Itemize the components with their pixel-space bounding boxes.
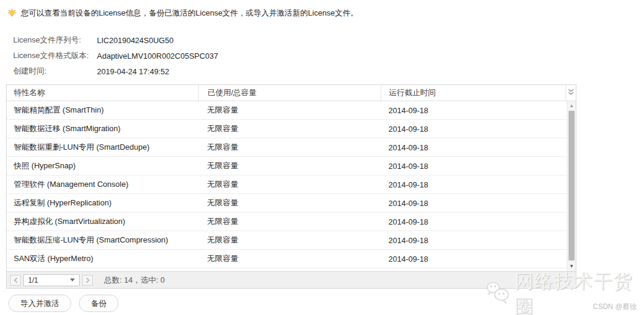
backup-button[interactable]: 备份: [79, 295, 119, 312]
table-row[interactable]: 快照 (HyperSnap) 无限容量 2014-09-18: [7, 157, 576, 175]
table-row[interactable]: SAN双活 (HyperMetro) 无限容量 2014-09-18: [7, 250, 576, 268]
vertical-scrollbar[interactable]: ▲ ▼: [567, 101, 576, 271]
feature-name-cell: 管理软件 (Management Console): [7, 179, 198, 190]
created-label: 创建时间:: [13, 66, 97, 77]
license-feature-panel: 特性名称 已使用/总容量 运行截止时间 智能精简配置 (SmartThin) 无…: [6, 84, 576, 289]
column-settings-button[interactable]: [566, 85, 576, 101]
expiry-date-cell: 2014-09-18: [381, 255, 576, 263]
expiry-date-cell: 2014-09-18: [381, 199, 576, 208]
scrollbar-up-arrow-icon[interactable]: ▲: [567, 103, 576, 109]
usage-cell: 无限容量: [198, 198, 381, 208]
feature-name-cell: 智能数据压缩-LUN专用 (SmartCompression): [7, 235, 198, 246]
expiry-date-cell: 2014-09-18: [381, 106, 576, 115]
feature-name-cell: 智能精简配置 (SmartThin): [7, 105, 198, 116]
column-header-feature-name[interactable]: 特性名称: [7, 85, 198, 101]
feature-name-cell: 异构虚拟化 (SmartVirtualization): [7, 216, 198, 227]
import-activate-button[interactable]: 导入并激活: [8, 295, 71, 312]
expiry-date-cell: 2014-09-18: [381, 180, 576, 189]
table-row[interactable]: 管理软件 (Management Console) 无限容量 2014-09-1…: [7, 175, 576, 194]
feature-name-cell: SAN双活 (HyperMetro): [7, 253, 198, 264]
next-page-button[interactable]: [82, 275, 93, 286]
format-value: AdaptiveLMV100R002C05SPC037: [97, 52, 218, 60]
scrollbar-thumb[interactable]: [569, 111, 575, 261]
usage-cell: 无限容量: [198, 160, 381, 171]
table-row[interactable]: 智能数据重删-LUN专用 (SmartDedupe) 无限容量 2014-09-…: [7, 138, 576, 157]
page-select-dropdown[interactable]: 1/1: [23, 274, 80, 286]
format-label: License文件格式版本:: [13, 50, 97, 61]
usage-cell: 无限容量: [198, 123, 381, 134]
license-info: License文件序列号: LIC20190424S0UG50 License文…: [13, 32, 218, 79]
feature-name-cell: 远程复制 (HyperReplication): [7, 198, 198, 208]
usage-cell: 无限容量: [198, 253, 381, 264]
previous-page-button[interactable]: [10, 275, 21, 286]
table-body: 智能精简配置 (SmartThin) 无限容量 2014-09-18 智能数据迁…: [7, 101, 576, 271]
column-header-usage[interactable]: 已使用/总容量: [198, 85, 381, 101]
expiry-date-cell: 2014-09-18: [381, 125, 576, 134]
usage-cell: 无限容量: [198, 216, 381, 227]
tip-text: 您可以查看当前设备的License信息，备份已激活的License文件，或导入并…: [21, 8, 358, 19]
lightbulb-icon: [7, 8, 17, 18]
selection-summary: 总数: 14，选中: 0: [104, 275, 165, 286]
page-tip: 您可以查看当前设备的License信息，备份已激活的License文件，或导入并…: [7, 8, 358, 19]
table-row[interactable]: 智能数据压缩-LUN专用 (SmartCompression) 无限容量 201…: [7, 231, 576, 250]
table-row[interactable]: 智能精简配置 (SmartThin) 无限容量 2014-09-18: [7, 101, 576, 120]
expiry-date-cell: 2014-09-18: [381, 162, 576, 171]
page-select-value: 1/1: [28, 276, 38, 284]
caret-down-icon: [70, 278, 75, 281]
action-buttons: 导入并激活 备份: [8, 295, 119, 312]
usage-cell: 无限容量: [198, 235, 381, 246]
feature-name-cell: 智能数据重删-LUN专用 (SmartDedupe): [7, 142, 198, 153]
usage-cell: 无限容量: [198, 179, 381, 190]
serial-value: LIC20190424S0UG50: [97, 36, 174, 45]
created-value: 2019-04-24 17:49:52: [97, 67, 169, 76]
csdn-credit: CSDN @蔡徐: [593, 302, 637, 312]
expiry-date-cell: 2014-09-18: [381, 217, 576, 226]
table-row[interactable]: 智能数据迁移 (SmartMigration) 无限容量 2014-09-18: [7, 120, 576, 138]
usage-cell: 无限容量: [198, 142, 381, 153]
feature-name-cell: 快照 (HyperSnap): [7, 160, 198, 171]
table-header: 特性名称 已使用/总容量 运行截止时间: [7, 85, 576, 101]
expiry-date-cell: 2014-09-18: [381, 143, 576, 152]
wechat-bubbles-logo: [485, 280, 511, 308]
table-row[interactable]: 远程复制 (HyperReplication) 无限容量 2014-09-18: [7, 194, 576, 213]
double-chevron-down-icon: [568, 89, 574, 98]
serial-label: License文件序列号:: [13, 35, 97, 46]
column-header-expiry[interactable]: 运行截止时间: [381, 85, 566, 101]
expiry-date-cell: 2014-09-18: [381, 236, 576, 245]
table-row[interactable]: 异构虚拟化 (SmartVirtualization) 无限容量 2014-09…: [7, 213, 576, 231]
usage-cell: 无限容量: [198, 105, 381, 116]
feature-name-cell: 智能数据迁移 (SmartMigration): [7, 123, 198, 134]
